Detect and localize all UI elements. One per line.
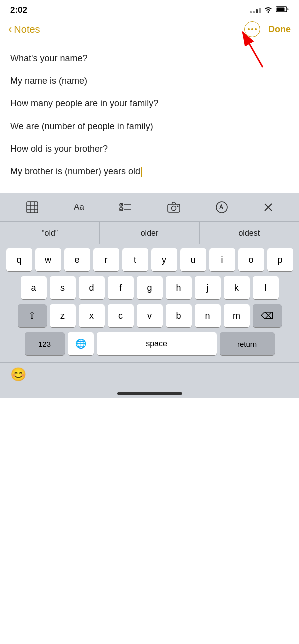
backspace-key[interactable]: ⌫ [253,304,282,327]
text-cursor [141,167,142,177]
svg-rect-1 [277,8,285,11]
more-dots-icon [248,28,257,30]
close-toolbar-button[interactable] [263,202,273,212]
key-p[interactable]: p [267,248,293,271]
key-g[interactable]: g [137,276,163,299]
table-toolbar-button[interactable] [26,201,39,214]
autocomplete-item-1[interactable]: older [100,222,199,244]
key-b[interactable]: b [166,304,192,327]
numbers-key[interactable]: 123 [25,332,65,355]
note-line-5: How old is your brother? [10,138,289,160]
key-c[interactable]: c [108,304,134,327]
status-bar: 2:02 [0,0,299,18]
key-r[interactable]: r [93,248,119,271]
svg-point-18 [216,202,227,213]
key-v[interactable]: v [137,304,163,327]
keyboard-toolbar: Aa [0,193,299,221]
return-key[interactable]: return [220,332,275,355]
key-n[interactable]: n [195,304,221,327]
key-k[interactable]: k [224,276,250,299]
note-line-4: We are (number of people in family) [10,115,289,138]
key-o[interactable]: o [238,248,264,271]
keyboard-row-4: 123 🌐 space return [2,332,297,355]
status-icons [250,6,289,15]
key-z[interactable]: z [50,304,76,327]
pen-toolbar-button[interactable] [215,201,228,214]
keyboard-row-2: a s d f g h j k l [2,276,297,299]
note-line-1: What's your name? [10,47,289,70]
svg-rect-2 [287,8,289,10]
done-button[interactable]: Done [268,24,291,35]
note-line-2: My name is (name) [10,70,289,92]
svg-point-11 [120,204,122,205]
shift-key[interactable]: ⇧ [18,304,47,327]
home-indicator [0,387,299,398]
battery-icon [276,6,289,15]
signal-icon [250,8,261,13]
nav-right-actions: Done [244,21,291,37]
bottom-bar: 😊 [0,362,299,387]
note-line-3: How many people are in your family? [10,92,289,115]
key-e[interactable]: e [64,248,90,271]
svg-rect-15 [168,204,180,212]
svg-rect-5 [27,202,38,213]
svg-point-16 [171,206,176,210]
checklist-toolbar-button[interactable] [119,201,132,214]
key-globe[interactable]: 🌐 [68,332,94,355]
key-a[interactable]: a [21,276,47,299]
font-toolbar-button[interactable]: Aa [74,202,84,212]
nav-bar: ‹ Notes Done [0,18,299,42]
key-s[interactable]: s [50,276,76,299]
more-options-button[interactable] [244,21,260,37]
key-q[interactable]: q [6,248,32,271]
wifi-icon [264,6,273,15]
autocomplete-item-0[interactable]: “old” [0,222,100,244]
note-line-6: My brother is (number) years old [10,160,289,183]
key-m[interactable]: m [224,304,250,327]
key-f[interactable]: f [108,276,134,299]
autocomplete-item-2[interactable]: oldest [200,222,299,244]
key-i[interactable]: i [209,248,235,271]
key-w[interactable]: w [35,248,61,271]
back-label: Notes [14,24,40,35]
autocomplete-bar: “old” older oldest [0,221,299,244]
keyboard-row-1: q w e r t y u i o p [2,248,297,271]
key-d[interactable]: d [79,276,105,299]
note-content[interactable]: What's your name? My name is (name) How … [0,42,299,193]
back-button[interactable]: ‹ Notes [8,24,40,35]
camera-toolbar-button[interactable] [167,202,180,213]
keyboard-row-3: ⇧ z x c v b n m ⌫ [2,304,297,327]
key-y[interactable]: y [151,248,177,271]
svg-point-17 [177,205,178,207]
keyboard: q w e r t y u i o p a s d f g h j k l ⇧ … [0,244,299,362]
emoji-button[interactable]: 😊 [10,367,26,382]
key-x[interactable]: x [79,304,105,327]
back-chevron-icon: ‹ [8,24,12,35]
key-u[interactable]: u [180,248,206,271]
key-t[interactable]: t [122,248,148,271]
space-key[interactable]: space [97,332,217,355]
key-h[interactable]: h [166,276,192,299]
status-time: 2:02 [10,5,27,15]
key-j[interactable]: j [195,276,221,299]
key-l[interactable]: l [253,276,279,299]
home-bar [117,392,182,395]
